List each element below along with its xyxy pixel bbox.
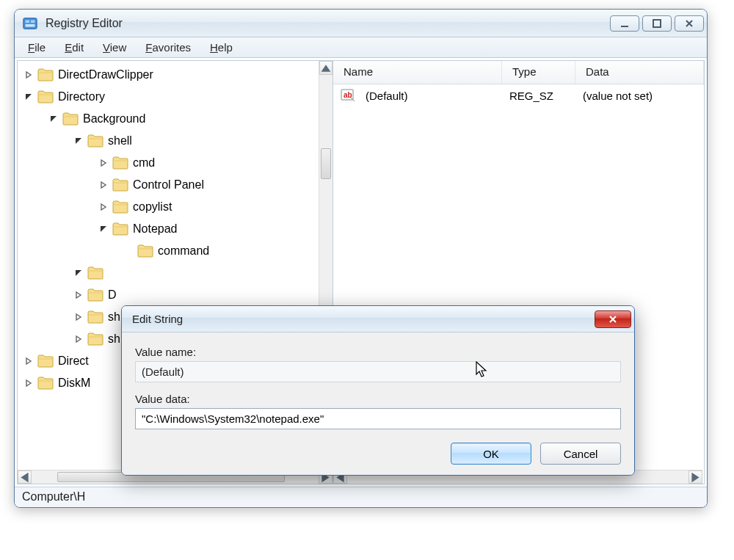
regedit-icon	[22, 15, 38, 32]
folder-icon	[112, 222, 128, 236]
tree-item[interactable]: DirectDrawClipper	[18, 64, 333, 86]
expander-closed-icon[interactable]	[73, 334, 84, 344]
maximize-button[interactable]	[642, 15, 672, 32]
expander-open-icon[interactable]	[73, 136, 84, 146]
svg-rect-0	[23, 18, 37, 29]
dialog-body: Value name: (Default) Value data: OK Can…	[122, 332, 634, 475]
tree-item[interactable]: shell	[18, 130, 333, 152]
value-name-field: (Default)	[135, 361, 621, 382]
tree-item-label: Directory	[58, 90, 105, 103]
expander-open-icon[interactable]	[23, 92, 34, 102]
scroll-right-button[interactable]	[688, 470, 702, 484]
folder-icon	[62, 112, 79, 126]
titlebar[interactable]: Registry Editor	[15, 10, 707, 37]
dialog-titlebar[interactable]: Edit String	[122, 306, 634, 332]
dialog-buttons: OK Cancel	[135, 443, 621, 465]
list-row[interactable]: ab (Default) REG_SZ (value not set)	[333, 84, 704, 106]
tree-item[interactable]: D	[18, 284, 333, 306]
expander-open-icon[interactable]	[73, 268, 84, 278]
dialog-close-button[interactable]	[595, 310, 631, 328]
expander-open-icon[interactable]	[48, 114, 59, 124]
folder-icon	[37, 68, 54, 81]
expander-closed-icon[interactable]	[98, 180, 109, 190]
expander-closed-icon[interactable]	[73, 312, 84, 322]
folder-icon	[87, 134, 103, 148]
svg-rect-1	[26, 20, 30, 23]
tree-item-label: copylist	[133, 200, 172, 214]
folder-icon	[112, 156, 128, 170]
tree-item-label: shell	[108, 134, 132, 148]
tree-item[interactable]	[18, 262, 333, 284]
cell-type: REG_SZ	[499, 90, 573, 102]
col-name[interactable]: Name	[333, 61, 502, 84]
dialog-title: Edit String	[132, 313, 595, 325]
scroll-left-button[interactable]	[18, 470, 32, 484]
tree-item-label: sh	[108, 332, 120, 346]
minimize-button[interactable]	[610, 15, 639, 32]
expander-closed-icon[interactable]	[98, 158, 109, 168]
folder-icon	[87, 332, 103, 346]
col-data[interactable]: Data	[575, 61, 704, 84]
scroll-thumb[interactable]	[321, 148, 331, 179]
window-controls	[610, 15, 704, 32]
menu-view[interactable]: View	[94, 39, 135, 56]
folder-icon	[37, 377, 54, 390]
col-type[interactable]: Type	[502, 61, 575, 84]
tree-item[interactable]: Directory	[18, 86, 333, 108]
tree-item-label: cmd	[133, 156, 155, 170]
tree-item-label: DiskM	[58, 377, 90, 390]
folder-icon	[137, 244, 153, 258]
value-name-label: Value name:	[135, 346, 621, 358]
folder-icon	[112, 178, 128, 192]
folder-icon	[87, 266, 103, 280]
tree-item-label: D	[108, 288, 117, 302]
edit-string-dialog: Edit String Value name: (Default) Value …	[121, 305, 635, 476]
expander-closed-icon[interactable]	[23, 378, 34, 388]
tree-item-label: Background	[83, 112, 145, 126]
tree-item[interactable]: Background	[18, 108, 333, 130]
folder-icon	[37, 90, 54, 103]
menu-favorites[interactable]: Favorites	[137, 39, 200, 56]
tree-item-label: DirectDrawClipper	[58, 68, 153, 81]
expander-none	[123, 246, 134, 256]
tree-item[interactable]: cmd	[18, 152, 333, 174]
folder-icon	[87, 288, 103, 302]
menu-file[interactable]: File	[19, 39, 54, 56]
tree-item[interactable]: Notepad	[18, 218, 333, 240]
reg-sz-icon: ab	[341, 89, 355, 102]
svg-rect-5	[653, 20, 661, 27]
window-title: Registry Editor	[46, 17, 610, 30]
expander-closed-icon[interactable]	[73, 290, 84, 300]
tree-item-label: command	[158, 244, 209, 258]
expander-closed-icon[interactable]	[98, 202, 109, 212]
folder-icon	[112, 200, 128, 214]
menu-help[interactable]: Help	[201, 39, 241, 56]
svg-rect-2	[31, 20, 34, 23]
scroll-up-button[interactable]	[319, 61, 333, 75]
statusbar: Computer\H	[15, 487, 707, 507]
tree-item[interactable]: Control Panel	[18, 174, 333, 196]
ok-button[interactable]: OK	[451, 443, 531, 465]
cell-data: (value not set)	[573, 90, 663, 102]
tree-item-label: Control Panel	[133, 178, 204, 192]
cell-name: (Default)	[355, 90, 499, 102]
value-data-input[interactable]	[135, 408, 621, 429]
tree-item-label: sh	[108, 310, 120, 324]
menu-edit[interactable]: Edit	[56, 39, 92, 56]
expander-closed-icon[interactable]	[23, 70, 34, 80]
tree-item-label: Direct	[58, 354, 89, 368]
svg-rect-3	[26, 23, 35, 26]
status-path: Computer\H	[22, 490, 85, 503]
menubar: File Edit View Favorites Help	[15, 37, 707, 58]
expander-closed-icon[interactable]	[23, 356, 34, 366]
tree-item-label: Notepad	[133, 222, 178, 236]
cancel-button[interactable]: Cancel	[540, 443, 621, 465]
svg-rect-4	[621, 26, 628, 27]
close-button[interactable]	[675, 15, 704, 32]
folder-icon	[87, 310, 103, 324]
tree-item[interactable]: command	[18, 240, 333, 262]
list-header: Name Type Data	[333, 61, 704, 84]
tree-item[interactable]: copylist	[18, 196, 333, 218]
expander-open-icon[interactable]	[98, 224, 109, 234]
folder-icon	[37, 354, 54, 368]
